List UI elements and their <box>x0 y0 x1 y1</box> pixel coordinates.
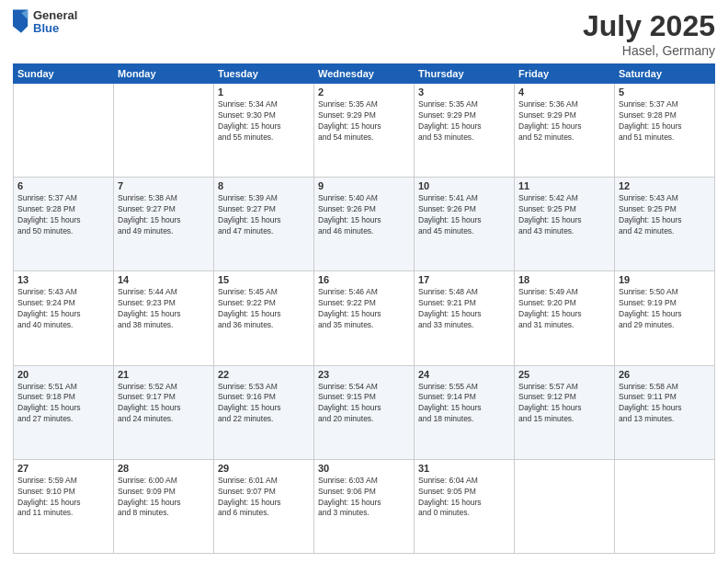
day-number: 18 <box>518 274 610 285</box>
calendar-cell: 29Sunrise: 6:01 AM Sunset: 9:07 PM Dayli… <box>214 459 314 553</box>
day-number: 14 <box>118 274 210 285</box>
day-number: 15 <box>218 274 310 285</box>
page: General Blue July 2025 Hasel, Germany Su… <box>0 0 728 563</box>
calendar-cell: 31Sunrise: 6:04 AM Sunset: 9:05 PM Dayli… <box>415 459 515 553</box>
calendar-cell: 10Sunrise: 5:41 AM Sunset: 9:26 PM Dayli… <box>415 178 515 271</box>
calendar-cell: 25Sunrise: 5:57 AM Sunset: 9:12 PM Dayli… <box>515 365 615 459</box>
day-info: Sunrise: 5:40 AM Sunset: 9:26 PM Dayligh… <box>318 193 410 237</box>
day-info: Sunrise: 5:37 AM Sunset: 9:28 PM Dayligh… <box>17 193 109 237</box>
day-number: 25 <box>518 369 610 380</box>
day-number: 17 <box>418 274 510 285</box>
calendar-cell: 22Sunrise: 5:53 AM Sunset: 9:16 PM Dayli… <box>214 365 314 459</box>
day-number: 24 <box>418 369 510 380</box>
day-number: 30 <box>318 463 410 474</box>
day-number: 2 <box>318 86 410 98</box>
calendar-cell: 19Sunrise: 5:50 AM Sunset: 9:19 PM Dayli… <box>615 271 715 365</box>
location: Hasel, Germany <box>583 43 715 58</box>
day-info: Sunrise: 5:38 AM Sunset: 9:27 PM Dayligh… <box>118 193 210 237</box>
calendar-cell: 26Sunrise: 5:58 AM Sunset: 9:11 PM Dayli… <box>615 365 715 459</box>
day-header-sunday: Sunday <box>14 64 114 84</box>
logo: General Blue <box>13 9 77 36</box>
day-number: 29 <box>218 463 310 474</box>
calendar-cell: 16Sunrise: 5:46 AM Sunset: 9:22 PM Dayli… <box>314 271 415 365</box>
calendar-cell: 11Sunrise: 5:42 AM Sunset: 9:25 PM Dayli… <box>515 178 615 271</box>
day-header-wednesday: Wednesday <box>314 64 415 84</box>
day-header-thursday: Thursday <box>415 64 515 84</box>
calendar-cell: 8Sunrise: 5:39 AM Sunset: 9:27 PM Daylig… <box>214 178 314 271</box>
calendar-cell: 27Sunrise: 5:59 AM Sunset: 9:10 PM Dayli… <box>14 459 114 553</box>
calendar-cell: 14Sunrise: 5:44 AM Sunset: 9:23 PM Dayli… <box>114 271 214 365</box>
calendar-cell: 17Sunrise: 5:48 AM Sunset: 9:21 PM Dayli… <box>415 271 515 365</box>
calendar-cell <box>615 459 715 553</box>
day-header-tuesday: Tuesday <box>214 64 314 84</box>
day-info: Sunrise: 6:00 AM Sunset: 9:09 PM Dayligh… <box>118 476 210 520</box>
day-info: Sunrise: 5:39 AM Sunset: 9:27 PM Dayligh… <box>218 193 310 237</box>
day-info: Sunrise: 5:54 AM Sunset: 9:15 PM Dayligh… <box>318 382 410 426</box>
day-info: Sunrise: 5:59 AM Sunset: 9:10 PM Dayligh… <box>17 476 109 520</box>
calendar-cell: 12Sunrise: 5:43 AM Sunset: 9:25 PM Dayli… <box>615 178 715 271</box>
calendar-cell: 3Sunrise: 5:35 AM Sunset: 9:29 PM Daylig… <box>415 84 515 178</box>
day-number: 23 <box>318 369 410 380</box>
day-info: Sunrise: 5:49 AM Sunset: 9:20 PM Dayligh… <box>518 287 610 331</box>
day-number: 4 <box>518 86 610 98</box>
calendar-cell: 7Sunrise: 5:38 AM Sunset: 9:27 PM Daylig… <box>114 178 214 271</box>
day-number: 19 <box>619 274 711 285</box>
day-number: 22 <box>218 369 310 380</box>
calendar-cell: 13Sunrise: 5:43 AM Sunset: 9:24 PM Dayli… <box>14 271 114 365</box>
day-number: 28 <box>118 463 210 474</box>
day-info: Sunrise: 5:41 AM Sunset: 9:26 PM Dayligh… <box>418 193 510 237</box>
calendar-cell: 18Sunrise: 5:49 AM Sunset: 9:20 PM Dayli… <box>515 271 615 365</box>
day-info: Sunrise: 5:35 AM Sunset: 9:29 PM Dayligh… <box>318 99 410 144</box>
calendar: SundayMondayTuesdayWednesdayThursdayFrid… <box>13 63 715 554</box>
calendar-cell: 4Sunrise: 5:36 AM Sunset: 9:29 PM Daylig… <box>515 84 615 178</box>
logo-blue-text: Blue <box>33 22 77 35</box>
logo-general-text: General <box>33 9 77 22</box>
day-info: Sunrise: 5:44 AM Sunset: 9:23 PM Dayligh… <box>118 287 210 331</box>
title-block: July 2025 Hasel, Germany <box>583 9 715 58</box>
calendar-week-0: 1Sunrise: 5:34 AM Sunset: 9:30 PM Daylig… <box>14 84 715 178</box>
day-info: Sunrise: 5:37 AM Sunset: 9:28 PM Dayligh… <box>619 99 711 144</box>
logo-icon <box>13 9 29 35</box>
day-number: 10 <box>418 180 510 191</box>
day-info: Sunrise: 5:53 AM Sunset: 9:16 PM Dayligh… <box>218 382 310 426</box>
day-info: Sunrise: 5:45 AM Sunset: 9:22 PM Dayligh… <box>218 287 310 331</box>
calendar-cell: 2Sunrise: 5:35 AM Sunset: 9:29 PM Daylig… <box>314 84 415 178</box>
day-number: 20 <box>17 369 109 380</box>
day-info: Sunrise: 5:48 AM Sunset: 9:21 PM Dayligh… <box>418 287 510 331</box>
day-info: Sunrise: 5:35 AM Sunset: 9:29 PM Dayligh… <box>418 99 510 144</box>
day-info: Sunrise: 5:42 AM Sunset: 9:25 PM Dayligh… <box>518 193 610 237</box>
calendar-cell <box>515 459 615 553</box>
day-info: Sunrise: 5:51 AM Sunset: 9:18 PM Dayligh… <box>17 382 109 426</box>
calendar-header-row: SundayMondayTuesdayWednesdayThursdayFrid… <box>14 64 715 84</box>
day-number: 8 <box>218 180 310 191</box>
day-number: 21 <box>118 369 210 380</box>
day-info: Sunrise: 5:36 AM Sunset: 9:29 PM Dayligh… <box>518 99 610 144</box>
day-number: 12 <box>619 180 711 191</box>
day-info: Sunrise: 5:43 AM Sunset: 9:24 PM Dayligh… <box>17 287 109 331</box>
calendar-cell <box>114 84 214 178</box>
day-number: 16 <box>318 274 410 285</box>
calendar-cell: 23Sunrise: 5:54 AM Sunset: 9:15 PM Dayli… <box>314 365 415 459</box>
day-number: 6 <box>17 180 109 191</box>
day-info: Sunrise: 5:46 AM Sunset: 9:22 PM Dayligh… <box>318 287 410 331</box>
calendar-cell: 24Sunrise: 5:55 AM Sunset: 9:14 PM Dayli… <box>415 365 515 459</box>
calendar-week-4: 27Sunrise: 5:59 AM Sunset: 9:10 PM Dayli… <box>14 459 715 553</box>
day-number: 9 <box>318 180 410 191</box>
day-number: 31 <box>418 463 510 474</box>
calendar-cell <box>14 84 114 178</box>
calendar-cell: 30Sunrise: 6:03 AM Sunset: 9:06 PM Dayli… <box>314 459 415 553</box>
header: General Blue July 2025 Hasel, Germany <box>13 9 715 58</box>
calendar-cell: 21Sunrise: 5:52 AM Sunset: 9:17 PM Dayli… <box>114 365 214 459</box>
day-info: Sunrise: 6:04 AM Sunset: 9:05 PM Dayligh… <box>418 476 510 520</box>
calendar-cell: 9Sunrise: 5:40 AM Sunset: 9:26 PM Daylig… <box>314 178 415 271</box>
day-info: Sunrise: 5:50 AM Sunset: 9:19 PM Dayligh… <box>619 287 711 331</box>
day-number: 5 <box>619 86 711 98</box>
day-info: Sunrise: 6:01 AM Sunset: 9:07 PM Dayligh… <box>218 476 310 520</box>
day-info: Sunrise: 5:57 AM Sunset: 9:12 PM Dayligh… <box>518 382 610 426</box>
day-info: Sunrise: 5:58 AM Sunset: 9:11 PM Dayligh… <box>619 382 711 426</box>
day-number: 3 <box>418 86 510 98</box>
calendar-week-1: 6Sunrise: 5:37 AM Sunset: 9:28 PM Daylig… <box>14 178 715 271</box>
calendar-cell: 1Sunrise: 5:34 AM Sunset: 9:30 PM Daylig… <box>214 84 314 178</box>
calendar-cell: 20Sunrise: 5:51 AM Sunset: 9:18 PM Dayli… <box>14 365 114 459</box>
day-info: Sunrise: 5:43 AM Sunset: 9:25 PM Dayligh… <box>619 193 711 237</box>
